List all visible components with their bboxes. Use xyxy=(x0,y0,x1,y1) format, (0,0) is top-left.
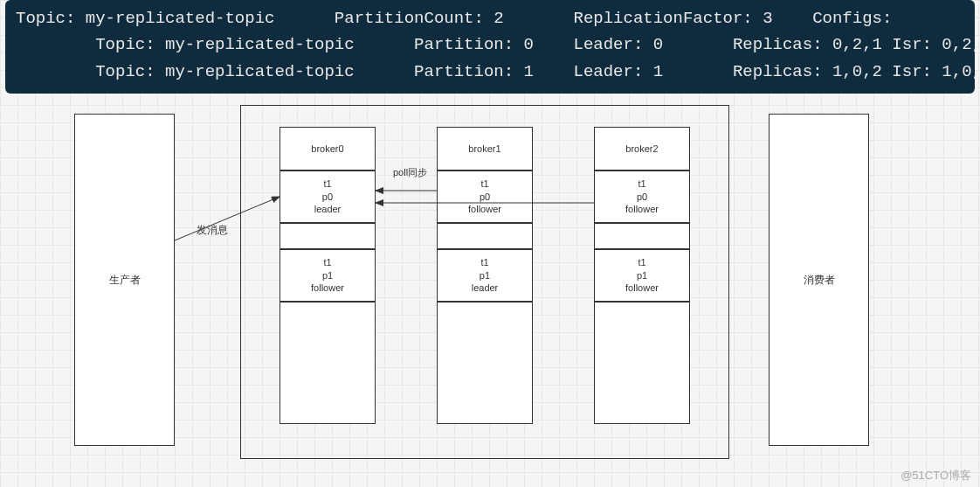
broker2-spacer xyxy=(594,223,690,249)
producer-label: 生产者 xyxy=(109,273,141,288)
broker0-tail xyxy=(280,302,376,424)
broker2-header: broker2 xyxy=(594,127,690,170)
broker1-label: broker1 xyxy=(468,143,500,154)
broker2-p0: t1 p0 follower xyxy=(594,170,690,223)
producer-box: 生产者 xyxy=(74,114,175,446)
broker0-p0: t1 p0 leader xyxy=(280,170,376,223)
broker1-p0: t1 p0 follower xyxy=(437,170,533,223)
broker0-label: broker0 xyxy=(311,143,343,154)
broker0-p1-text: t1 p1 follower xyxy=(311,256,344,296)
consumer-box: 消费者 xyxy=(769,114,869,446)
broker2-p1-text: t1 p1 follower xyxy=(625,256,659,296)
broker0-p1: t1 p1 follower xyxy=(280,249,376,302)
broker1-tail xyxy=(437,302,533,424)
broker0-spacer xyxy=(280,223,376,249)
broker2-label: broker2 xyxy=(625,143,658,154)
broker1-p1-text: t1 p1 leader xyxy=(472,256,499,296)
terminal-output: Topic: my-replicated-topic PartitionCoun… xyxy=(5,0,975,94)
watermark: @51CTO博客 xyxy=(901,468,971,484)
broker2-p1: t1 p1 follower xyxy=(594,249,690,302)
broker1-p0-text: t1 p0 follower xyxy=(468,177,501,217)
broker2-p0-text: t1 p0 follower xyxy=(625,177,659,217)
consumer-label: 消费者 xyxy=(804,273,835,288)
send-message-label: 发消息 xyxy=(197,223,228,238)
poll-sync-label: poll同步 xyxy=(393,166,427,179)
broker2-tail xyxy=(594,302,690,424)
broker1-spacer xyxy=(437,223,533,249)
broker1-header: broker1 xyxy=(437,127,533,170)
architecture-diagram: 生产者 broker0 t1 p0 leader t1 p1 follower … xyxy=(0,96,980,472)
broker0-p0-text: t1 p0 leader xyxy=(314,177,342,217)
broker1-p1: t1 p1 leader xyxy=(437,249,533,302)
broker0-header: broker0 xyxy=(280,127,376,170)
